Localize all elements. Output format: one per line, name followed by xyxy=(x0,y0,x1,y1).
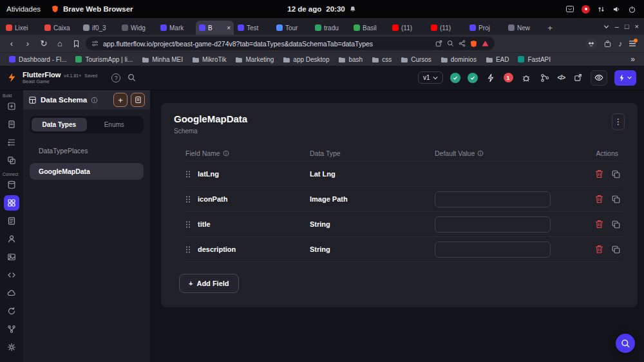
global-search-icon[interactable] xyxy=(126,72,137,84)
rail-automations-icon[interactable] xyxy=(4,321,19,337)
new-tab-button[interactable]: + xyxy=(544,21,556,34)
debug-bug-icon[interactable] xyxy=(520,72,532,84)
brave-shield-icon[interactable] xyxy=(470,40,477,48)
browser-tab[interactable]: (11) xyxy=(389,21,427,35)
checks-passed-icon[interactable] xyxy=(450,73,460,83)
drag-handle[interactable] xyxy=(185,170,191,178)
run-button[interactable] xyxy=(614,70,636,86)
url-text[interactable]: app.flutterflow.io/project/beast-game-d2… xyxy=(103,40,431,48)
rail-data-schema-icon[interactable] xyxy=(4,195,19,211)
add-data-type-button[interactable]: + xyxy=(113,93,128,107)
browser-tab[interactable]: if0_3 xyxy=(80,21,118,35)
preview-eye-button[interactable] xyxy=(591,70,607,86)
bookmark-folder[interactable]: dominios xyxy=(437,55,480,64)
issues-count-badge[interactable]: 1 xyxy=(504,73,513,82)
delete-field-button[interactable] xyxy=(595,195,603,204)
browser-tab[interactable]: Mark xyxy=(157,21,195,35)
delete-field-button[interactable] xyxy=(595,245,603,254)
browser-menu-icon[interactable] xyxy=(629,40,636,47)
rail-dashboard-icon[interactable] xyxy=(4,99,19,114)
search-icon[interactable] xyxy=(447,40,454,47)
schema-options-button[interactable]: ⋮ xyxy=(612,113,625,130)
rail-database-icon[interactable] xyxy=(4,177,19,193)
address-bar[interactable]: app.flutterflow.io/project/beast-game-d2… xyxy=(86,37,495,50)
browser-tab[interactable]: Proj xyxy=(466,21,504,35)
version-selector[interactable]: v1 xyxy=(418,71,443,84)
view-code-icon[interactable]: </> xyxy=(558,74,565,81)
recording-indicator-icon[interactable] xyxy=(582,5,590,14)
network-icon[interactable] xyxy=(597,5,605,14)
rail-components-icon[interactable] xyxy=(4,153,19,168)
bookmarks-overflow-button[interactable]: » xyxy=(630,55,639,64)
input-source-icon[interactable] xyxy=(565,5,574,14)
rail-widget-tree-icon[interactable] xyxy=(4,135,19,150)
copy-field-button[interactable] xyxy=(612,245,620,254)
browser-tab[interactable]: New xyxy=(505,21,543,35)
system-tray[interactable] xyxy=(565,5,644,14)
tab-enums[interactable]: Enums xyxy=(87,118,142,131)
clock-button[interactable]: 12 de ago 20:30 xyxy=(287,5,356,13)
bookmark-folder[interactable]: app Desktop xyxy=(279,55,333,64)
forward-button[interactable]: › xyxy=(21,37,34,50)
window-maximize-button[interactable]: □ xyxy=(625,23,629,30)
brave-rewards-icon[interactable] xyxy=(482,40,489,47)
bookmark-ribbon-icon[interactable] xyxy=(70,37,82,50)
rail-settings-gear-icon[interactable] xyxy=(4,339,19,355)
volume-icon[interactable] xyxy=(612,5,621,14)
tab-close-icon[interactable]: × xyxy=(227,24,231,32)
optimize-icon[interactable] xyxy=(485,72,497,84)
bookmark-folder[interactable]: Minha MEI xyxy=(138,55,187,64)
rail-integrations-icon[interactable] xyxy=(4,303,19,319)
deploy-status-icon[interactable] xyxy=(468,73,478,83)
bookmark-folder[interactable]: css xyxy=(368,55,395,64)
reload-button[interactable]: ↻ xyxy=(37,37,50,50)
bookmark-item[interactable]: TourismApp | li... xyxy=(71,55,137,64)
zoom-search-fab[interactable] xyxy=(616,334,635,353)
browser-tab[interactable]: Widg xyxy=(118,21,156,35)
add-field-button[interactable]: + Add Field xyxy=(179,274,239,293)
open-window-icon[interactable] xyxy=(435,40,442,47)
bookmark-folder[interactable]: MikroTik xyxy=(188,55,230,64)
copy-field-button[interactable] xyxy=(612,195,620,204)
browser-tab-active[interactable]: B× xyxy=(196,21,234,35)
widget-tree-branch-icon[interactable] xyxy=(539,72,551,84)
browser-tab[interactable]: tradu xyxy=(312,21,350,35)
site-settings-icon[interactable] xyxy=(91,40,99,47)
bookmark-folder[interactable]: EAD xyxy=(482,55,513,64)
rail-auth-users-icon[interactable] xyxy=(4,231,19,247)
browser-tab[interactable]: (11) xyxy=(428,21,466,35)
open-in-new-icon[interactable] xyxy=(572,72,583,84)
tab-search-icon[interactable] xyxy=(603,24,609,30)
copy-field-button[interactable] xyxy=(612,170,620,178)
power-icon[interactable] xyxy=(628,5,636,14)
list-item-googlemapdata[interactable]: GoogleMapData xyxy=(30,163,144,180)
activities-button[interactable]: Atividades xyxy=(6,5,41,13)
rail-pages-icon[interactable] xyxy=(4,117,19,132)
browser-tab[interactable]: Basil xyxy=(350,21,388,35)
profile-avatar[interactable] xyxy=(585,38,597,50)
bookmark-folder[interactable]: Marketing xyxy=(231,55,278,64)
home-button[interactable]: ⌂ xyxy=(53,37,66,50)
back-button[interactable]: ‹ xyxy=(5,37,18,50)
delete-field-button[interactable] xyxy=(595,169,603,178)
default-value-input[interactable] xyxy=(435,216,551,233)
browser-tab[interactable]: Caixa xyxy=(41,21,79,35)
list-item-datatypeplaces[interactable]: DataTypePlaces xyxy=(30,142,144,159)
import-schema-button[interactable] xyxy=(131,93,145,107)
focused-app-indicator[interactable]: Brave Web Browser xyxy=(51,5,133,14)
drag-handle[interactable] xyxy=(185,245,191,254)
bookmark-folder[interactable]: Cursos xyxy=(397,55,435,64)
browser-tab[interactable]: Tour xyxy=(273,21,311,35)
rail-cloud-functions-icon[interactable] xyxy=(4,285,19,301)
help-button[interactable]: ? xyxy=(111,73,120,82)
bookmark-folder[interactable]: bash xyxy=(334,55,366,64)
browser-tab[interactable]: Test xyxy=(234,21,272,35)
delete-field-button[interactable] xyxy=(595,220,603,229)
drag-handle[interactable] xyxy=(185,220,191,229)
tab-data-types[interactable]: Data Types xyxy=(32,118,87,131)
default-value-input[interactable] xyxy=(435,242,551,258)
extensions-icon[interactable] xyxy=(603,39,612,48)
browser-tab[interactable]: Lixei xyxy=(3,21,41,35)
rail-api-calls-icon[interactable] xyxy=(4,267,19,283)
drag-handle[interactable] xyxy=(185,195,191,204)
